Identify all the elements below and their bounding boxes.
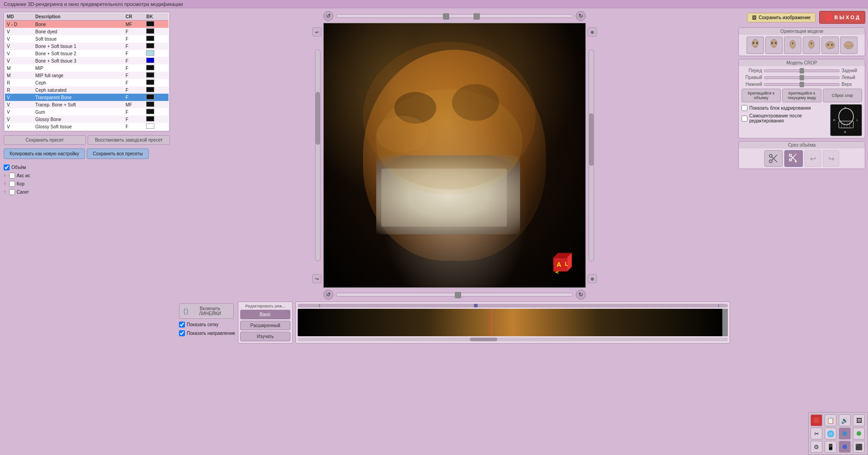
basic-mode-button[interactable]: Basic [240,310,290,319]
reset-crop-btn[interactable]: Сброс сгор [823,89,862,102]
color-swatch[interactable] [146,79,154,85]
advanced-mode-button[interactable]: Расширенный [240,321,290,330]
color-swatch[interactable] [146,123,154,129]
save-image-button[interactable]: 🖼 Сохранить изображение [747,13,815,22]
axis-checkbox[interactable] [9,173,15,179]
color-swatch[interactable] [146,72,154,78]
bottom-slider-track[interactable] [336,293,573,296]
top-slider-track[interactable] [336,14,573,18]
orient-bottom-btn[interactable] [840,37,857,54]
bottom-slider-thumb[interactable] [455,292,461,298]
table-row[interactable]: VBone + Soft tissue 1F [5,42,168,50]
table-row[interactable]: VSoft tissueF [5,35,168,42]
auto-center-checkbox[interactable] [742,116,747,122]
color-swatch[interactable] [146,101,154,107]
orient-top-btn[interactable] [821,37,839,54]
crop-right-thumb[interactable] [800,75,804,80]
rotate-right-btn2[interactable]: ↻ [576,290,586,300]
sag-checkbox[interactable] [9,189,15,195]
restore-preset-button[interactable]: Восстановить заводской пресет [88,135,170,145]
nav-br[interactable]: ⊕ [588,274,597,283]
table-row[interactable]: VGlossy BoneF [5,116,168,123]
table-row[interactable]: V - DBoneMF [5,21,168,28]
slice-scissors-add-btn[interactable]: + [784,150,803,167]
top-slider-thumb[interactable] [443,13,449,20]
color-swatch[interactable] [146,87,154,92]
table-row[interactable]: MMIPF [5,64,168,72]
cor-checkbox[interactable] [9,181,15,187]
crop-bottom-slider[interactable] [764,83,840,86]
show-dir-checkbox[interactable] [179,330,185,336]
toolbar-green-btn[interactable] [853,428,865,439]
attach-view-btn[interactable]: Крепящийся к текущему виду [782,89,821,102]
table-row[interactable]: VBone + Soft tissue 2F [5,50,168,57]
toolbar-device-btn[interactable]: 📱 [825,441,836,453]
toolbar-image-btn[interactable]: 🖼 [853,414,865,426]
toolbar-blue-btn[interactable] [839,428,851,439]
show-grid-checkbox[interactable] [179,322,185,328]
slice-undo-btn[interactable]: ↩ [805,150,821,167]
left-vert-slider[interactable] [315,49,321,261]
color-swatch[interactable] [146,58,154,63]
nav-tl[interactable]: ↩ [312,27,321,37]
study-mode-button[interactable]: Изучать [240,332,290,341]
crop-front-slider[interactable] [764,69,840,72]
rotate-right-btn[interactable]: ↻ [576,11,586,21]
orient-right-btn[interactable] [784,37,801,54]
volume-checkbox[interactable] [4,164,10,170]
rotate-left-btn[interactable]: ↺ [323,11,333,21]
crop-right-slider[interactable] [764,76,840,79]
timeline-main-view[interactable] [298,309,728,336]
table-row[interactable]: MMIP full rangeF [5,72,168,79]
color-swatch[interactable] [146,65,154,70]
table-row[interactable]: VBone + Soft tissue 3F [5,57,168,64]
3d-viewport[interactable]: A L [323,23,586,288]
timeline-scroll-thumb[interactable] [470,338,497,341]
color-swatch[interactable] [146,50,154,56]
orient-left-btn[interactable] [803,37,820,54]
toolbar-globe-btn[interactable]: 🌐 [825,428,836,439]
nav-bl[interactable]: ↪ [312,274,321,283]
save-preset-button[interactable]: Сохранить пресет [4,135,86,145]
orient-front-alt-btn[interactable] [765,37,783,54]
timeline-top-track[interactable] [298,304,728,307]
crop-front-thumb[interactable] [800,68,804,74]
table-row[interactable]: RCephF [5,79,168,86]
color-swatch[interactable] [146,116,154,122]
table-row[interactable]: VTransparent BoneF [5,94,168,101]
toolbar-black-btn[interactable]: ⬛ [853,441,865,453]
top-slider-thumb2[interactable] [473,13,480,20]
slice-scissors-btn[interactable] [764,150,783,167]
color-swatch[interactable] [146,28,154,34]
timeline-scroll[interactable] [298,338,728,341]
table-row[interactable]: VGumF [5,108,168,116]
lineyky-button[interactable]: ⟨⟩ Включить ЛИНЕЙКИ [179,303,234,319]
toolbar-blue2-btn[interactable] [839,441,851,453]
copy-new-button[interactable]: Копировать как новую настройку [4,148,85,159]
toolbar-sound-btn[interactable]: 🔊 [839,414,851,426]
toolbar-cut-btn[interactable]: ✂ [810,428,822,439]
color-swatch[interactable] [146,36,154,41]
timeline-handle[interactable] [474,304,478,307]
right-vert-slider[interactable] [589,49,594,261]
table-row[interactable]: VTransp. Bone + SoftMF [5,101,168,108]
timeline-right-handle[interactable] [722,309,728,336]
toolbar-clipboard-btn[interactable]: 📋 [825,414,836,426]
toolbar-gear-btn[interactable]: ⚙ [810,441,822,453]
color-swatch[interactable] [146,43,154,48]
rotate-left-btn2[interactable]: ↺ [323,290,333,300]
nav-tr[interactable]: ⊕ [588,27,597,37]
color-swatch[interactable] [146,94,154,100]
toolbar-red-btn[interactable] [810,414,822,426]
save-all-button[interactable]: Сохранить все пресеты [87,148,149,159]
attach-obj-btn[interactable]: Крепящийся к объему [742,89,781,102]
show-frame-checkbox[interactable] [742,105,747,111]
table-row[interactable]: VGlossy Soft tissueF [5,123,168,130]
slice-redo-btn[interactable]: ↪ [823,150,839,167]
color-swatch[interactable] [146,21,154,26]
table-row[interactable]: RCeph saturatedF [5,86,168,94]
crop-bottom-thumb[interactable] [800,82,804,87]
exit-button[interactable]: ⏻ В Ы Х О Д [819,11,865,24]
table-row[interactable]: VBone dyedF [5,28,168,35]
color-swatch[interactable] [146,109,154,114]
